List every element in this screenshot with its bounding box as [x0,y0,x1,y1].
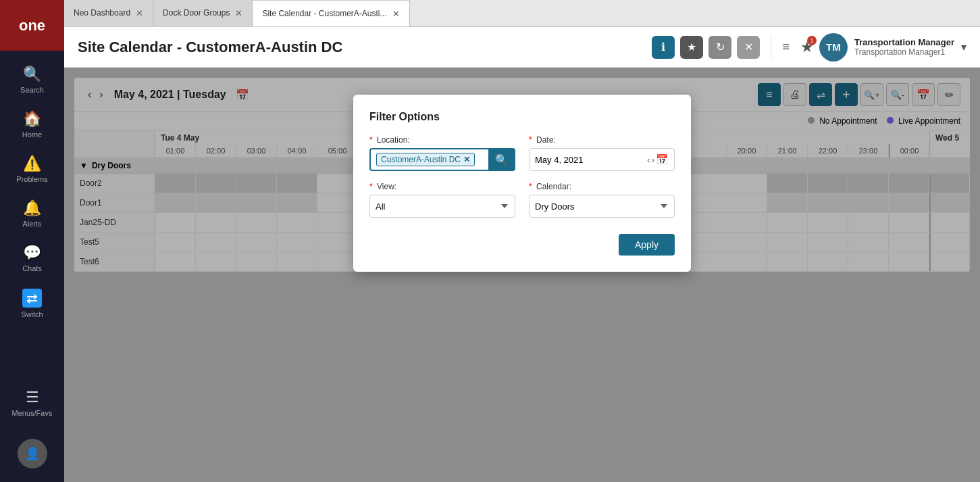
filter-field-view: * View: All Inbound Outbound [369,182,515,218]
notification-badge: 1 [807,36,817,45]
info-button[interactable]: ℹ [652,36,675,59]
refresh-button[interactable]: ↻ [708,36,731,59]
sidebar-item-menus-favs[interactable]: ☰ Menus/Favs [0,381,64,425]
filter-modal: Filter Options * Location: CustomerA-Aus… [353,95,691,272]
user-info: Transportation Manager Transportation Ma… [854,37,954,57]
header-menu-button[interactable]: ≡ [782,40,790,54]
sidebar-item-label-switch: Switch [21,310,43,318]
menu-icon: ☰ [26,389,39,406]
sidebar-item-home[interactable]: 🏠 Home [0,102,64,147]
apply-button[interactable]: Apply [619,234,675,256]
filter-field-calendar: * Calendar: Dry Doors Cooler Doors Freez… [529,182,675,218]
tab-site-calendar[interactable]: Site Calendar - CustomerA-Austi... ✕ [253,0,409,26]
sidebar-item-label-search: Search [20,86,44,94]
filter-field-date: * Date: May 4, 2021 ‹ › 📅 [529,135,675,171]
home-icon: 🏠 [23,110,41,128]
tab-close-site-calendar[interactable]: ✕ [392,9,400,19]
chat-icon: 💬 [23,244,41,262]
sidebar: one 🔍 Search 🏠 Home ⚠️ Problems 🔔 Alerts… [0,0,64,482]
date-input[interactable]: May 4, 2021 ‹ › 📅 [529,148,675,171]
modal-overlay[interactable]: Filter Options * Location: CustomerA-Aus… [64,68,980,482]
tab-bar: Neo Dashboard ✕ Dock Door Groups ✕ Site … [64,0,980,27]
date-next-button[interactable]: › [652,155,654,165]
user-badge: TM Transportation Manager Transportation… [819,33,966,62]
tab-dock-door-groups[interactable]: Dock Door Groups ✕ [153,0,253,26]
sidebar-item-label-home: Home [22,130,42,139]
user-avatar-sidebar[interactable]: 👤 [18,439,47,468]
filter-modal-title: Filter Options [369,111,675,123]
required-star-view: * [369,182,373,191]
tab-close-dock-door-groups[interactable]: ✕ [235,8,242,18]
sidebar-item-label-alerts: Alerts [22,220,41,228]
user-role: Transportation Manager [854,37,954,47]
notification-area: ★ 1 [800,39,814,56]
location-input-wrap: CustomerA-Austin DC ✕ [369,148,490,171]
search-icon: 🔍 [23,66,41,83]
sidebar-item-label-chats: Chats [22,264,42,272]
view-select[interactable]: All Inbound Outbound [369,195,515,218]
header-divider [771,36,771,59]
page-title: Site Calendar - CustomerA-Austin DC [78,39,652,56]
filter-row-2: * View: All Inbound Outbound * [369,182,675,218]
view-label: * View: [369,182,515,191]
sidebar-item-switch[interactable]: ⇄ Switch [0,281,64,327]
sidebar-item-label-problems: Problems [16,175,47,183]
sidebar-item-chats[interactable]: 💬 Chats [0,236,64,281]
header-actions: ℹ ★ ↻ ✕ ≡ ★ 1 TM Transportation Manager … [652,33,966,62]
sidebar-item-problems[interactable]: ⚠️ Problems [0,147,64,191]
date-calendar-icon[interactable]: 📅 [656,153,669,166]
filter-row-1: * Location: CustomerA-Austin DC ✕ 🔍 [369,135,675,171]
location-tag-remove[interactable]: ✕ [463,155,470,164]
sidebar-item-alerts[interactable]: 🔔 Alerts [0,191,64,236]
sidebar-item-label-menus: Menus/Favs [12,409,53,417]
content-area: ‹ › May 4, 2021 | Tuesday 📅 ≡ 🖨 ⇌ + 🔍+ 🔍… [64,68,980,482]
user-name: Transportation Manager1 [854,47,954,57]
filter-field-location: * Location: CustomerA-Austin DC ✕ 🔍 [369,135,515,171]
required-star-date: * [529,135,532,145]
close-button[interactable]: ✕ [737,36,760,59]
warning-icon: ⚠️ [23,155,41,172]
location-label: * Location: [369,135,515,145]
star-button[interactable]: ★ [680,36,703,59]
calendar-label: * Calendar: [529,182,675,191]
tab-neo-dashboard[interactable]: Neo Dashboard ✕ [64,0,153,26]
bell-icon: 🔔 [23,199,41,217]
tab-close-neo-dashboard[interactable]: ✕ [136,8,143,18]
location-search-button[interactable]: 🔍 [488,148,515,171]
filter-actions: Apply [369,228,675,256]
location-tag: CustomerA-Austin DC ✕ [376,153,475,166]
main-area: Neo Dashboard ✕ Dock Door Groups ✕ Site … [64,0,980,482]
calendar-select[interactable]: Dry Doors Cooler Doors Freezer Doors [529,195,675,218]
app-logo[interactable]: one [0,0,64,51]
user-avatar: TM [819,33,848,62]
user-dropdown-button[interactable]: ▾ [961,41,966,53]
required-star: * [369,135,373,145]
required-star-calendar: * [529,182,532,191]
switch-icon: ⇄ [22,289,42,308]
location-input-row: CustomerA-Austin DC ✕ 🔍 [369,148,515,171]
date-label: * Date: [529,135,675,145]
page-header: Site Calendar - CustomerA-Austin DC ℹ ★ … [64,27,980,68]
sidebar-item-search[interactable]: 🔍 Search [0,57,64,102]
date-prev-button[interactable]: ‹ [647,155,650,165]
